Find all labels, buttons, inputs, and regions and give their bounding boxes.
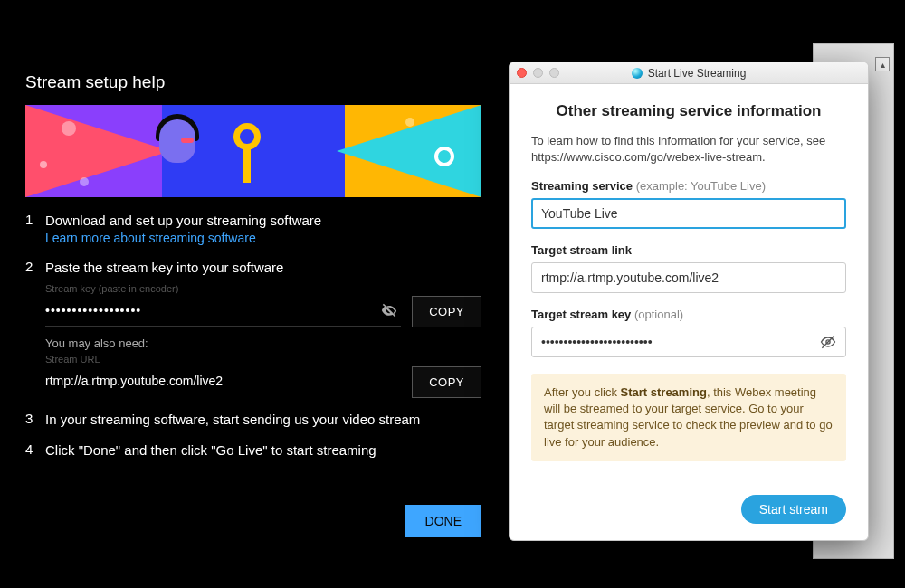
step-4: Click "Done" and then click "Go Live" to… [25,441,481,460]
stream-setup-panel: Stream setup help Download and set up yo… [0,0,507,588]
minimize-icon[interactable] [533,68,543,78]
window-title: Start Live Streaming [648,67,747,80]
service-label: Streaming service (example: YouTube Live… [531,179,846,193]
step-4-title: Click "Done" and then click "Go Live" to… [45,441,481,460]
start-stream-button[interactable]: Start stream [741,495,846,524]
also-need-label: You may also need: [45,337,481,350]
target-key-label: Target stream key (optional) [531,308,846,321]
step-2-title: Paste the stream key into your software [45,259,481,277]
page-title: Stream setup help [25,72,481,92]
chevron-up-icon[interactable]: ▴ [875,57,890,71]
close-icon[interactable] [517,68,527,78]
target-stream-link-input[interactable] [531,262,846,293]
dialog-lede: To learn how to find this information fo… [531,133,846,165]
webex-start-streaming-window: Start Live Streaming Other streaming ser… [509,62,869,541]
stream-key-field[interactable]: •••••••••••••••••• [45,297,401,327]
target-link-label: Target stream link [531,243,846,257]
zoom-icon[interactable] [549,68,559,78]
copy-stream-key-button[interactable]: COPY [412,296,481,327]
dialog-heading: Other streaming service information [531,102,846,120]
stream-url-value: rtmp://a.rtmp.youtube.com/live2 [45,374,223,388]
copy-stream-url-button[interactable]: COPY [412,366,481,398]
globe-icon [632,68,643,79]
learn-more-link[interactable]: Learn more about streaming software [45,231,256,245]
streaming-service-input[interactable] [531,198,846,229]
start-streaming-notice: After you click Start streaming, this We… [531,374,846,461]
step-2: Paste the stream key into your software … [25,259,481,397]
visibility-off-icon[interactable] [379,300,399,320]
step-3: In your streaming software, start sendin… [25,411,481,429]
done-button[interactable]: DONE [405,505,481,537]
target-stream-key-input[interactable] [531,327,846,357]
window-titlebar[interactable]: Start Live Streaming [510,62,868,84]
hero-illustration [25,105,481,197]
step-1: Download and set up your streaming softw… [25,212,481,246]
stream-key-label: Stream key (paste in encoder) [45,283,481,294]
stream-key-value: •••••••••••••••••• [45,303,141,318]
step-1-title: Download and set up your streaming softw… [45,212,481,230]
stream-url-label: Stream URL [45,354,481,365]
visibility-off-icon[interactable] [819,333,837,351]
stream-url-field[interactable]: rtmp://a.rtmp.youtube.com/live2 [45,370,401,394]
step-3-title: In your streaming software, start sendin… [45,411,481,429]
